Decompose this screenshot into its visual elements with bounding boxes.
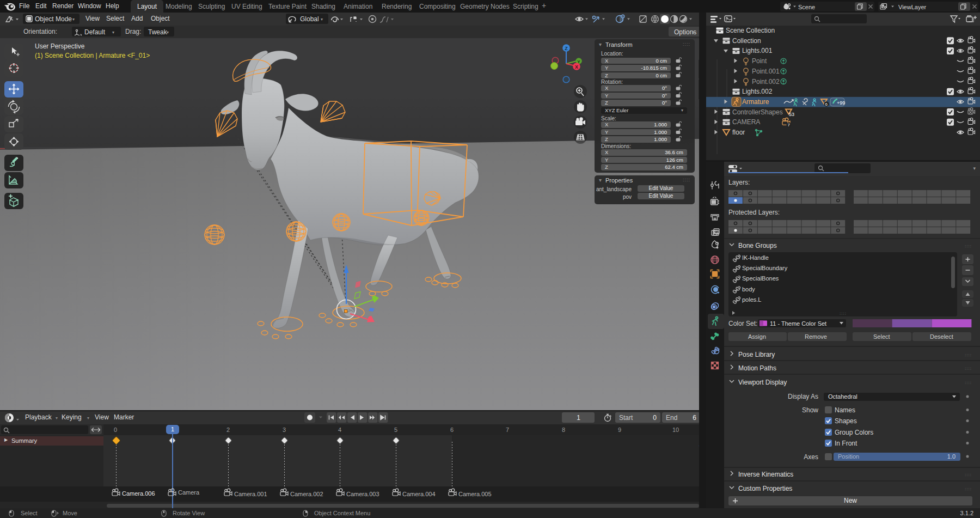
svg-text:Armature: Armature [742,98,769,106]
svg-text:Camera.005: Camera.005 [458,491,492,497]
svg-text:CAMERA: CAMERA [732,118,760,126]
svg-text:::::: :::: [965,472,972,477]
svg-text:floor: floor [732,129,745,136]
svg-text:Point: Point [752,57,767,65]
svg-text:::::: :::: [965,366,972,371]
svg-text:In Front: In Front [835,440,857,447]
svg-text:Remove: Remove [805,333,827,340]
svg-text:Color Set:: Color Set: [728,320,757,327]
svg-text:Custom Properties: Custom Properties [738,485,792,492]
svg-text:::::: :::: [965,486,972,491]
svg-text:Camera.001: Camera.001 [234,491,267,497]
svg-text:ControllerShapes: ControllerShapes [732,108,783,116]
svg-text:Motion Paths: Motion Paths [738,364,776,372]
svg-text:Octahedral: Octahedral [828,393,857,400]
svg-text:body: body [742,286,755,292]
svg-text:Camera.003: Camera.003 [346,491,379,497]
svg-text:7: 7 [788,123,791,127]
svg-text:User Perspective: User Perspective [35,42,85,50]
svg-text:SpecialBones: SpecialBones [742,275,779,282]
svg-text:Lights.001: Lights.001 [742,47,773,54]
svg-text:Z: Z [565,46,568,51]
svg-text:::::: :::: [965,380,972,385]
svg-text:Inverse Kinematics: Inverse Kinematics [738,471,793,478]
svg-text:Select: Select [873,333,890,340]
svg-text:Lights.002: Lights.002 [742,88,773,95]
svg-text:Y: Y [577,59,580,64]
svg-text:+99: +99 [837,100,845,106]
svg-text:poles.L: poles.L [742,296,761,303]
svg-text:Pose Library: Pose Library [738,351,775,358]
svg-text:Bone Groups: Bone Groups [738,242,777,249]
svg-text:New: New [844,497,857,504]
svg-text:Point.001: Point.001 [752,68,780,75]
svg-text:::::: :::: [965,352,972,357]
svg-text:Layers:: Layers: [728,179,750,186]
svg-text:Protected Layers:: Protected Layers: [728,209,780,216]
svg-text:IK-Handle: IK-Handle [742,254,769,261]
svg-text:SpecialBoundary: SpecialBoundary [742,265,788,271]
svg-text:Collection: Collection [732,37,761,45]
svg-text:Viewport Display: Viewport Display [738,379,787,386]
svg-text:Assign: Assign [748,333,766,340]
svg-text:Deselect: Deselect [930,333,953,340]
svg-text:Scene Collection: Scene Collection [726,27,775,34]
svg-text:6: 6 [825,102,828,107]
svg-text:(1) Scene Collection | Armatur: (1) Scene Collection | Armature <F_01> [35,52,150,59]
svg-text:Camera: Camera [178,489,200,496]
svg-text:Show: Show [802,406,818,414]
svg-text:Camera.006: Camera.006 [122,490,155,497]
svg-text:Camera.004: Camera.004 [402,491,436,497]
svg-text:1.0: 1.0 [947,453,955,460]
svg-text:Point.002: Point.002 [752,78,780,86]
svg-text:Display As: Display As [788,393,818,400]
svg-text:53: 53 [789,112,794,117]
svg-text:Axes: Axes [804,453,818,461]
svg-text:11 - Theme Color Set: 11 - Theme Color Set [770,320,826,327]
svg-text:::::: :::: [840,311,847,316]
svg-text:::::: :::: [965,243,972,248]
svg-text:Group Colors: Group Colors [835,429,873,436]
svg-text:Names: Names [835,406,855,414]
svg-text:Camera.002: Camera.002 [290,491,323,497]
svg-text:X: X [575,64,578,70]
svg-text:Position: Position [838,453,859,460]
svg-text:Shapes: Shapes [835,417,857,425]
